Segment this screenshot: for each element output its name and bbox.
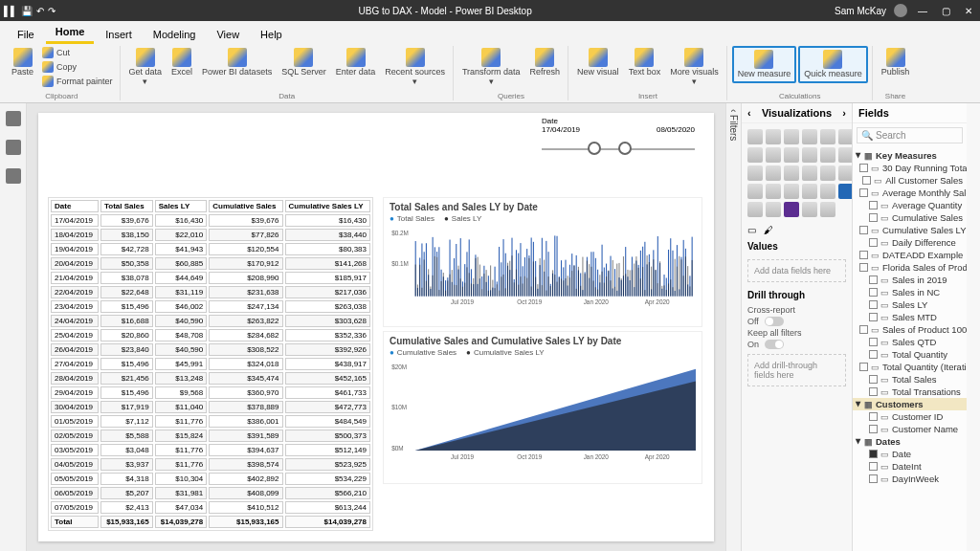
maximize-button[interactable]: ▢	[938, 6, 953, 16]
viz-type-icon[interactable]	[784, 165, 799, 181]
viz-type-icon[interactable]	[820, 129, 835, 144]
viz-type-icon[interactable]	[802, 165, 817, 181]
qat-undo-icon[interactable]: ↶	[36, 6, 44, 16]
user-avatar[interactable]	[894, 4, 907, 17]
field-item[interactable]: ▭Average Monthly Sales	[853, 187, 967, 199]
table-row[interactable]: 27/04/2019$15,496$45,991$324,018$438,917	[51, 358, 370, 370]
keep-filters-state[interactable]: On	[742, 339, 852, 350]
report-view-icon[interactable]	[6, 111, 21, 126]
field-item[interactable]: ▭Total Quantity	[853, 348, 967, 361]
field-item[interactable]: ▭Sales QTD	[853, 336, 967, 348]
slicer-from[interactable]: 17/04/2019	[542, 125, 580, 134]
field-item[interactable]: ▭Sales in 2019	[853, 274, 967, 286]
chart-cumulative-sales[interactable]: Cumulative Sales and Cumulative Sales LY…	[383, 331, 702, 484]
viz-type-icon[interactable]	[784, 184, 799, 199]
field-item[interactable]: ▭All Customer Sales	[853, 174, 967, 187]
table-row[interactable]: 02/05/2019$5,588$15,824$391,589$500,373	[51, 430, 370, 442]
drillthrough-well[interactable]: Add drill-through fields here	[747, 354, 846, 386]
close-button[interactable]: ✕	[961, 6, 976, 16]
fields-search[interactable]: 🔍Search	[857, 127, 963, 143]
get-data-button[interactable]: Get data▾	[125, 46, 167, 89]
table-row[interactable]: 06/05/2019$5,207$31,981$408,099$566,210	[51, 487, 370, 499]
chart-total-sales[interactable]: Total Sales and Sales LY by Date Total S…	[383, 197, 702, 327]
viz-type-icon[interactable]	[766, 202, 781, 217]
field-item[interactable]: ▭Total Sales	[853, 373, 967, 386]
keep-filters-toggle[interactable]: Keep all filters	[742, 327, 852, 339]
slicer-track[interactable]	[542, 138, 695, 161]
values-well[interactable]: Add data fields here	[747, 259, 846, 282]
slicer-knob-end[interactable]	[618, 142, 632, 155]
data-view-icon[interactable]	[6, 140, 21, 155]
viz-type-icon[interactable]	[747, 202, 763, 217]
field-item[interactable]: ▭Total Quantity (Iteration)	[853, 361, 967, 373]
table-row[interactable]: 20/04/2019$50,358$60,885$170,912$141,268	[51, 257, 370, 270]
viz-type-icon[interactable]	[766, 184, 781, 199]
date-slicer[interactable]: Date 17/04/2019 08/05/2020	[542, 117, 695, 161]
sql-server-button[interactable]: SQL Server	[278, 46, 330, 79]
format-tab-icon[interactable]: 🖌	[764, 225, 773, 235]
field-item[interactable]: ▭Date	[853, 448, 967, 460]
minimize-button[interactable]: —	[915, 6, 930, 16]
tab-modeling[interactable]: Modeling	[144, 25, 206, 44]
table-row[interactable]: 24/04/2019$16,688$40,590$263,822$303,628	[51, 315, 370, 327]
field-table[interactable]: ▸▦Dates	[853, 435, 967, 448]
field-item[interactable]: ▭30 Day Running Total	[853, 162, 967, 174]
filters-pane-collapsed[interactable]: ‹ Filters	[725, 103, 741, 551]
table-row[interactable]: 05/05/2019$4,318$10,304$402,892$534,229	[51, 473, 370, 485]
viz-type-icon[interactable]	[802, 202, 817, 217]
tab-help[interactable]: Help	[251, 25, 292, 44]
table-row[interactable]: 21/04/2019$38,078$44,649$208,990$185,917	[51, 272, 370, 284]
table-row[interactable]: 28/04/2019$21,456$13,248$345,474$452,165	[51, 372, 370, 385]
copy-button[interactable]: Copy	[39, 60, 116, 75]
sales-table[interactable]: DateTotal SalesSales LYCumulative SalesC…	[48, 197, 373, 531]
new-measure-button[interactable]: New measure	[732, 46, 797, 83]
viz-type-icon[interactable]	[820, 147, 835, 163]
cross-report-toggle[interactable]: Cross-report	[742, 304, 852, 316]
publish-button[interactable]: Publish	[878, 46, 914, 79]
cross-report-state[interactable]: Off	[742, 316, 852, 327]
viz-type-icon[interactable]	[802, 147, 817, 163]
field-item[interactable]: ▭Customer Name	[853, 423, 967, 435]
field-item[interactable]: ▭Sales of Product 100	[853, 323, 967, 336]
table-header[interactable]: Sales LY	[155, 200, 208, 212]
viz-type-icon[interactable]	[766, 129, 781, 144]
tab-home[interactable]: Home	[46, 22, 95, 44]
tab-file[interactable]: File	[8, 25, 44, 44]
table-row[interactable]: 03/05/2019$3,048$11,776$394,637$512,149	[51, 444, 370, 456]
field-item[interactable]: ▭Sales in NC	[853, 286, 967, 298]
qat-save-icon[interactable]: 💾	[21, 6, 33, 16]
table-row[interactable]: 19/04/2019$42,728$41,943$120,554$80,383	[51, 243, 370, 255]
slicer-to[interactable]: 08/05/2020	[657, 125, 695, 134]
viz-type-icon[interactable]	[784, 202, 799, 217]
field-item[interactable]: ▭Florida Sales of Product 2 ...	[853, 261, 967, 274]
table-row[interactable]: 26/04/2019$23,840$40,590$308,522$392,926	[51, 343, 370, 356]
table-row[interactable]: 07/05/2019$2,413$47,034$410,512$613,244	[51, 501, 370, 514]
refresh-button[interactable]: Refresh	[526, 46, 565, 79]
viz-type-icon[interactable]	[766, 147, 781, 163]
table-row[interactable]: 29/04/2019$15,496$9,568$360,970$461,733	[51, 386, 370, 399]
recent-sources-button[interactable]: Recent sources▾	[381, 46, 449, 89]
viz-type-icon[interactable]	[820, 184, 835, 199]
field-item[interactable]: ▭Daily Difference	[853, 236, 967, 249]
table-row[interactable]: 23/04/2019$15,496$46,002$247,134$263,038	[51, 300, 370, 313]
viz-type-icon[interactable]	[747, 129, 763, 144]
viz-type-icon[interactable]	[802, 184, 817, 199]
field-item[interactable]: ▭DateInt	[853, 460, 967, 473]
fields-tab-icon[interactable]: ▭	[747, 225, 756, 235]
excel-button[interactable]: Excel	[167, 46, 196, 79]
new-visual-button[interactable]: New visual	[573, 46, 623, 79]
table-header[interactable]: Cumulative Sales LY	[285, 200, 370, 212]
viz-type-icon[interactable]	[747, 147, 763, 163]
table-row[interactable]: 25/04/2019$20,860$48,708$284,682$352,336	[51, 329, 370, 342]
field-item[interactable]: ▭Sales LY	[853, 298, 967, 311]
paste-button[interactable]: Paste	[8, 46, 37, 79]
table-row[interactable]: 30/04/2019$17,919$11,040$378,889$472,773	[51, 401, 370, 413]
qat-redo-icon[interactable]: ↷	[48, 6, 56, 16]
transform-data-button[interactable]: Transform data▾	[458, 46, 524, 89]
format-painter-button[interactable]: Format painter	[39, 75, 116, 89]
tab-insert[interactable]: Insert	[96, 25, 142, 44]
viz-type-icon[interactable]	[766, 165, 781, 181]
text-box-button[interactable]: Text box	[625, 46, 665, 79]
viz-type-icon[interactable]	[802, 129, 817, 144]
more-visuals-button[interactable]: More visuals▾	[666, 46, 723, 89]
